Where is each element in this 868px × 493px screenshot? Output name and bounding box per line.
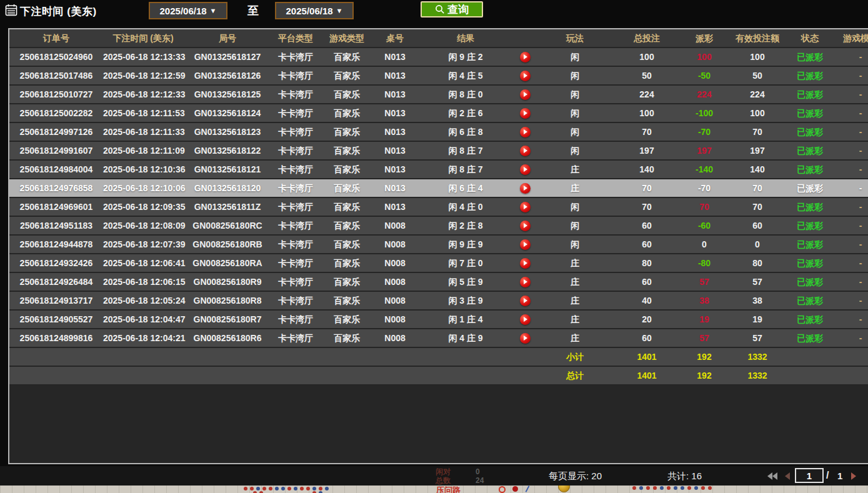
column-header-13[interactable]: 游戏模式: [836, 29, 868, 47]
play-video-icon[interactable]: [520, 202, 531, 212]
table-row[interactable]: 2506181249264842025-06-18 12:06:15GN0082…: [9, 273, 868, 292]
status-badge: 已派彩: [784, 273, 836, 291]
play-video-icon[interactable]: [520, 277, 531, 287]
column-header-12[interactable]: 状态: [784, 29, 836, 47]
game-mode-cell: -: [836, 123, 868, 141]
total-bet-cell: 70: [616, 179, 678, 197]
filter-bar: 下注时间 (美东) 2025/06/18 ▼ 至 2025/06/18 ▼ 查询: [0, 0, 868, 28]
platform-cell: 卡卡湾厅: [272, 104, 319, 122]
play-video-icon[interactable]: [520, 258, 531, 269]
column-header-5[interactable]: 桌号: [374, 29, 416, 47]
table-row[interactable]: 2506181250022822025-06-18 12:11:53GN0132…: [9, 104, 868, 123]
platform-cell: 卡卡湾厅: [272, 179, 319, 197]
table-row[interactable]: 2506181249696012025-06-18 12:09:35GN0132…: [9, 198, 868, 217]
game-type-cell: 百家乐: [319, 142, 374, 159]
column-header-0[interactable]: 订单号: [9, 29, 103, 47]
column-header-3[interactable]: 平台类型: [272, 29, 319, 47]
date-to-select[interactable]: 2025/06/18 ▼: [275, 2, 354, 19]
page-number-input[interactable]: [795, 468, 824, 483]
play-video-icon[interactable]: [520, 239, 531, 250]
table-body: 2506181250249602025-06-18 12:13:33GN0132…: [9, 48, 868, 348]
bet-time-cell: 2025-06-18 12:06:15: [103, 273, 183, 291]
play-video-icon[interactable]: [520, 221, 531, 231]
round-no-cell: GN008256180RC: [183, 217, 272, 234]
first-page-icon[interactable]: [767, 472, 772, 480]
table-row[interactable]: 2506181249511832025-06-18 12:08:09GN0082…: [9, 217, 868, 236]
prev-page-icon[interactable]: [785, 472, 790, 480]
play-video-icon[interactable]: [520, 183, 531, 194]
result-cell: 闲 7 庄 0: [416, 254, 516, 272]
game-type-cell: 百家乐: [319, 179, 374, 197]
play-video-icon[interactable]: [520, 127, 531, 137]
table-row[interactable]: 2506181250174862025-06-18 12:12:59GN0132…: [9, 67, 868, 86]
table-row[interactable]: 2506181249055272025-06-18 12:04:47GN0082…: [9, 311, 868, 329]
table-row[interactable]: 2506181249840042025-06-18 12:10:36GN0132…: [9, 161, 868, 179]
column-header-8[interactable]: 玩法: [534, 29, 616, 47]
bet-time-cell: 2025-06-18 12:12:59: [103, 67, 183, 84]
per-page-label: 每页显示: 20: [549, 471, 602, 482]
play-video-icon[interactable]: [520, 71, 531, 81]
payout-cell: -140: [678, 161, 731, 178]
game-type-cell: 百家乐: [319, 123, 374, 141]
total-count-label: 共计: 16: [667, 471, 702, 482]
play-video-icon[interactable]: [520, 164, 531, 175]
table-row[interactable]: 2506181248998162025-06-18 12:04:21GN0082…: [9, 329, 868, 348]
game-mode-cell: -: [836, 48, 868, 66]
column-header-9[interactable]: 总投注: [616, 29, 678, 47]
column-header-6[interactable]: 结果: [416, 29, 516, 47]
column-header-4[interactable]: 游戏类型: [319, 29, 374, 47]
payout-cell: -70: [678, 179, 731, 197]
play-type-cell: 闲: [534, 48, 616, 66]
round-no-cell: GN01325618125: [183, 86, 272, 103]
first-page-icon[interactable]: [772, 472, 777, 480]
next-page-icon[interactable]: [851, 472, 856, 480]
table-row[interactable]: 2506181249448782025-06-18 12:07:39GN0082…: [9, 236, 868, 254]
order-no-cell: 250618124997126: [9, 123, 103, 141]
play-video-icon[interactable]: [520, 314, 531, 325]
play-video-icon[interactable]: [520, 89, 531, 100]
play-video-icon[interactable]: [520, 146, 531, 156]
bead-road-dot: [667, 486, 671, 490]
play-type-cell: 闲: [534, 86, 616, 103]
play-video-icon[interactable]: [520, 333, 531, 344]
table-row[interactable]: 2506181249324262025-06-18 12:06:41GN0082…: [9, 254, 868, 273]
bead-road-dot: [653, 486, 657, 490]
caret-down-icon: ▼: [336, 7, 343, 14]
query-button[interactable]: 查询: [421, 1, 483, 17]
valid-bet-cell: 70: [731, 179, 784, 197]
play-video-icon[interactable]: [520, 52, 531, 62]
payout-cell: -50: [678, 67, 731, 84]
column-header-2[interactable]: 局号: [183, 29, 272, 47]
play-icon-cell: [516, 239, 534, 250]
play-video-icon[interactable]: [520, 108, 531, 119]
column-header-10[interactable]: 派彩: [678, 29, 731, 47]
game-type-cell: 百家乐: [319, 198, 374, 216]
table-row[interactable]: 2506181249768582025-06-18 12:10:06GN0132…: [9, 179, 868, 198]
table-row[interactable]: 2506181249916072025-06-18 12:11:09GN0132…: [9, 142, 868, 161]
play-icon-cell: [516, 333, 534, 344]
table-no-cell: N013: [374, 86, 416, 103]
bead-road-dot: [681, 486, 684, 490]
result-cell: 闲 4 庄 0: [416, 198, 516, 216]
round-no-cell: GN0132561811Z: [183, 198, 272, 216]
table-row[interactable]: 2506181250107272025-06-18 12:12:33GN0132…: [9, 86, 868, 104]
table-row[interactable]: 2506181249971262025-06-18 12:11:33GN0132…: [9, 123, 868, 142]
column-header-1[interactable]: 下注时间 (美东): [103, 29, 183, 47]
column-header-11[interactable]: 有效投注额: [731, 29, 784, 47]
table-header-row: 订单号下注时间 (美东)局号平台类型游戏类型桌号结果玩法总投注派彩有效投注额状态…: [9, 29, 868, 48]
game-mode-cell: -: [836, 311, 868, 328]
table-row[interactable]: 2506181249137172025-06-18 12:05:24GN0082…: [9, 292, 868, 311]
betting-records-page: { "filter_bar": { "label": "下注时间 (美东)", …: [0, 0, 868, 493]
status-badge: 已派彩: [784, 254, 836, 272]
bead-road-dot: [287, 487, 291, 491]
play-video-icon[interactable]: [520, 296, 531, 306]
bead-road-dot: [646, 486, 650, 490]
table-row[interactable]: 2506181250249602025-06-18 12:13:33GN0132…: [9, 48, 868, 67]
bead-road-dot: [687, 486, 691, 490]
play-icon-cell: [516, 127, 534, 137]
date-from-select[interactable]: 2025/06/18 ▼: [149, 2, 227, 19]
payout-cell: 57: [678, 273, 731, 291]
valid-bet-cell: 197: [731, 142, 784, 159]
bead-road-dot: [319, 487, 322, 491]
valid-bet-cell: 70: [731, 123, 784, 141]
